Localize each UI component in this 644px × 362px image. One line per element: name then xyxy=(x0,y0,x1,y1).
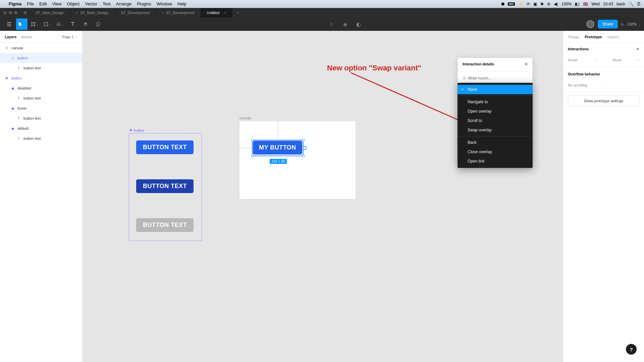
add-interaction-button[interactable]: + xyxy=(637,46,639,52)
layer-disabled-text[interactable]: Tbutton text xyxy=(0,93,82,103)
selection-handle-ne[interactable] xyxy=(302,139,305,141)
status-icon-2[interactable]: ⚡ xyxy=(518,2,523,6)
dropdown-option-swap-overlay[interactable]: Swap overlay xyxy=(458,125,533,135)
selection-outline xyxy=(252,140,303,156)
layer-default-text[interactable]: Tbutton text xyxy=(0,133,82,143)
shape-tool[interactable]: ⌄ xyxy=(42,18,53,30)
figma-home-icon[interactable]: ⌘ xyxy=(21,11,30,15)
window-traffic-lights[interactable] xyxy=(0,11,21,14)
inspector-panel: Design Prototype Inspect Interactions + … xyxy=(563,31,644,362)
text-tool[interactable] xyxy=(67,18,78,30)
interaction-row[interactable]: Hover → None − xyxy=(563,55,644,65)
frame-canvas[interactable] xyxy=(239,121,356,199)
variant-hover[interactable]: BUTTON TEXT xyxy=(136,179,194,193)
action-dropdown: None Navigate to Open overlay Scroll to … xyxy=(458,83,533,168)
zoom-level[interactable]: 132% ⌄ xyxy=(627,22,641,26)
dropdown-option-open-link[interactable]: Open link xyxy=(458,157,533,166)
tab-4[interactable]: ▷ST_Development xyxy=(156,8,201,17)
layer-button-instance[interactable]: ◇button xyxy=(0,53,82,63)
pen-tool[interactable]: ⌄ xyxy=(54,18,66,30)
new-tab-button[interactable]: + xyxy=(232,11,243,15)
menu-vector[interactable]: Vector xyxy=(85,1,97,6)
user-avatar[interactable] xyxy=(586,20,594,28)
layer-default[interactable]: ◆default xyxy=(0,123,82,133)
menu-arrange[interactable]: Arrange xyxy=(116,1,131,6)
status-icon-bt[interactable]: ✱ xyxy=(540,2,544,6)
dropdown-option-back[interactable]: Back xyxy=(458,138,533,147)
list-icon[interactable]: ☰ xyxy=(637,2,641,6)
status-icon-1[interactable]: ⬢ xyxy=(501,2,504,6)
status-icon-display[interactable]: ▣ xyxy=(533,2,537,6)
component-icon[interactable]: ◈ xyxy=(339,18,351,30)
move-tool[interactable]: ⌄ xyxy=(16,18,28,30)
layers-tab[interactable]: Layers xyxy=(5,35,16,39)
menu-plugins[interactable]: Plugins xyxy=(137,1,151,6)
layer-hover[interactable]: ◆hover xyxy=(0,103,82,113)
tab-5-active[interactable]: Untitled× xyxy=(201,8,233,17)
panel-title: Interaction details xyxy=(463,62,494,66)
show-prototype-settings-button[interactable]: Show prototype settings xyxy=(568,95,639,107)
selection-handle-se[interactable] xyxy=(302,155,305,157)
undo-icon[interactable]: ⎌ xyxy=(326,18,337,30)
dropdown-option-close-overlay[interactable]: Close overlay xyxy=(458,147,533,157)
frame-label-canvas[interactable]: canvas xyxy=(239,116,251,120)
status-icon-3[interactable]: ⟳ xyxy=(527,2,530,6)
overflow-value-row[interactable]: No scrolling⌄ xyxy=(563,80,644,90)
layer-canvas[interactable]: #canvas xyxy=(0,43,82,53)
menu-view[interactable]: View xyxy=(52,1,62,6)
inspect-tab[interactable]: Inspect xyxy=(607,35,619,39)
prototype-tab[interactable]: Prototype xyxy=(585,35,602,39)
comment-tool[interactable] xyxy=(93,18,104,30)
status-icon-wd[interactable]: WD xyxy=(508,2,515,6)
canvas-area[interactable]: ❖button BUTTON TEXT BUTTON TEXT BUTTON T… xyxy=(83,31,563,362)
interactions-heading: Interactions xyxy=(568,47,589,51)
selection-size-badge: 115 × 35 xyxy=(270,159,287,164)
battery-text: 100% xyxy=(561,2,572,6)
help-button[interactable]: ? xyxy=(626,344,637,355)
figma-tabs: ⌘ ST_Main_Design ▷ST_Main_Design ST_Deve… xyxy=(0,8,644,17)
variant-disabled[interactable]: BUTTON TEXT xyxy=(136,218,194,232)
prototype-connector-dot[interactable] xyxy=(303,146,307,150)
layer-disabled[interactable]: ◆disabled xyxy=(0,83,82,93)
frame-tool[interactable]: ⌄ xyxy=(29,18,40,30)
remove-interaction-button[interactable]: − xyxy=(637,58,639,62)
design-tab[interactable]: Design xyxy=(568,35,579,39)
flag-icon[interactable]: 🇬🇧 xyxy=(583,2,588,6)
menu-window[interactable]: Window xyxy=(157,1,172,6)
dropdown-option-scroll[interactable]: Scroll to xyxy=(458,116,533,125)
component-set-label: ❖button xyxy=(129,128,144,132)
dropdown-option-none[interactable]: None xyxy=(458,85,533,94)
assets-tab[interactable]: Assets xyxy=(21,35,32,39)
menu-object[interactable]: Object xyxy=(67,1,80,6)
status-icon-vol[interactable]: ◀) xyxy=(554,2,558,6)
present-button[interactable]: ▷ xyxy=(621,22,624,26)
search-icon[interactable]: 🔍 xyxy=(629,2,634,6)
app-name[interactable]: Figma xyxy=(9,1,21,6)
mask-icon[interactable]: ◐ xyxy=(353,18,364,30)
menu-file[interactable]: File xyxy=(27,1,34,6)
layer-hover-text[interactable]: Tbutton text xyxy=(0,113,82,123)
selection-handle-sw[interactable] xyxy=(251,155,254,157)
tab-1[interactable]: ST_Main_Design xyxy=(30,8,70,17)
menu-text[interactable]: Text xyxy=(103,1,111,6)
user-text[interactable]: bash xyxy=(616,2,625,6)
main-menu-button[interactable]: ☰ xyxy=(3,21,15,27)
status-icon-wifi[interactable]: ⊚ xyxy=(547,2,550,6)
tab-2[interactable]: ▷ST_Main_Design xyxy=(70,8,115,17)
tab-3[interactable]: ST_Development xyxy=(115,8,156,17)
layer-button-component[interactable]: ❖button xyxy=(0,73,82,83)
panel-close-button[interactable]: × xyxy=(525,61,528,67)
battery-icon[interactable]: ▮▯ xyxy=(575,2,580,6)
dropdown-option-navigate[interactable]: Navigate to xyxy=(458,97,533,107)
layer-button-instance-text[interactable]: Tbutton text xyxy=(0,63,82,73)
variant-default[interactable]: BUTTON TEXT xyxy=(136,140,194,154)
panel-trigger-row[interactable]: ◷ While hoveri... ⌄ xyxy=(458,73,532,83)
menu-help[interactable]: Help xyxy=(177,1,186,6)
selection-handle-nw[interactable] xyxy=(251,139,254,141)
hand-tool[interactable] xyxy=(80,18,91,30)
page-selector[interactable]: Page 1⌄ xyxy=(62,35,77,39)
share-button[interactable]: Share xyxy=(598,20,618,28)
time-text: 10:43 xyxy=(603,2,613,6)
dropdown-option-open-overlay[interactable]: Open overlay xyxy=(458,107,533,116)
menu-edit[interactable]: Edit xyxy=(39,1,47,6)
